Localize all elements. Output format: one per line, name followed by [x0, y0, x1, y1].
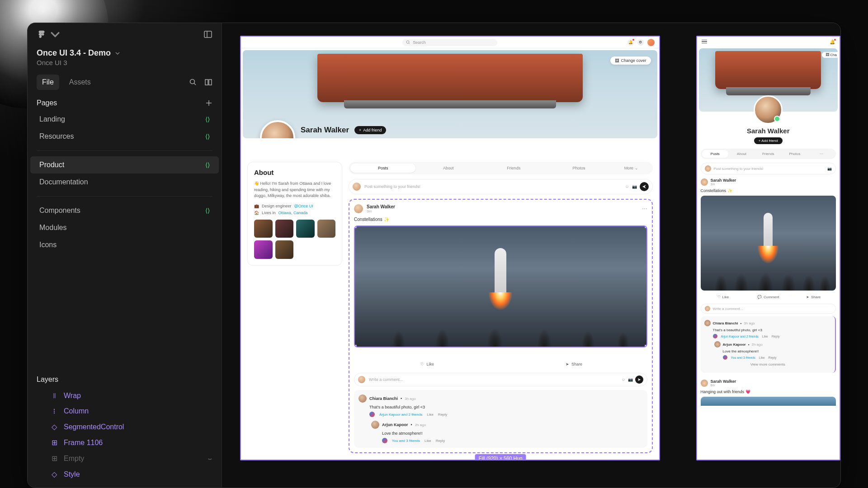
page-item-components[interactable]: Components⟨⟩ — [30, 202, 219, 219]
avatar[interactable] — [701, 178, 708, 186]
avatar[interactable] — [701, 380, 708, 387]
reply-link[interactable]: Reply — [438, 413, 447, 417]
tab-posts[interactable]: Posts — [702, 150, 729, 158]
search-input[interactable]: Search — [402, 39, 497, 46]
location-link[interactable]: Ottawa, Canada — [278, 211, 308, 215]
add-friend-button[interactable]: + Add friend — [754, 137, 783, 144]
thumbnail[interactable] — [317, 220, 336, 238]
thumbnail[interactable] — [254, 240, 273, 259]
like-button[interactable]: ♡ Like — [701, 293, 746, 301]
post-image-selected[interactable] — [354, 225, 647, 347]
page-item-icons[interactable]: Icons — [30, 236, 219, 253]
tab-file[interactable]: File — [37, 75, 59, 90]
send-button[interactable]: ➤ — [635, 375, 643, 384]
reaction-icon[interactable] — [723, 355, 727, 360]
camera-icon[interactable]: 📷 — [632, 184, 637, 189]
page-item-resources[interactable]: Resources⟨⟩ — [30, 128, 219, 145]
reactions-link[interactable]: Arjun Kapoor and 2 friends — [379, 413, 422, 417]
tab-more[interactable]: ⋯ — [808, 150, 835, 158]
tab-more[interactable]: More ⌄ — [612, 164, 651, 173]
layer-frame1106[interactable]: ⊞Frame 1106 — [28, 435, 222, 450]
comment-input[interactable]: Write a comment... ☺📷➤ — [354, 373, 647, 386]
post-author[interactable]: Sarah Walker — [711, 178, 736, 183]
page-item-landing[interactable]: Landing⟨⟩ — [30, 111, 219, 128]
thumbnail[interactable] — [296, 220, 315, 238]
canvas[interactable]: Search 🔔 ⚙ 🖼Change cover Sarah Walker + … — [222, 23, 840, 488]
comment-author[interactable]: Chiara Bianchi — [713, 321, 738, 325]
tab-posts[interactable]: Posts — [350, 164, 415, 173]
layer-empty[interactable]: ⊞Empty⌣ — [28, 450, 222, 466]
tab-assets[interactable]: Assets — [69, 75, 91, 90]
chevron-down-icon[interactable] — [115, 52, 120, 55]
menu-button[interactable] — [702, 40, 707, 44]
camera-icon[interactable]: 📷 — [827, 167, 832, 171]
thumbnail[interactable] — [275, 220, 294, 238]
like-link[interactable]: Like — [425, 439, 431, 443]
send-button[interactable] — [640, 182, 649, 191]
avatar[interactable] — [371, 421, 379, 429]
post-author[interactable]: Sarah Walker — [711, 379, 736, 384]
add-friend-button[interactable]: + Add friend — [354, 126, 386, 134]
avatar[interactable] — [354, 204, 363, 213]
thumbnail[interactable] — [254, 220, 273, 238]
notifications-button[interactable]: 🔔 — [830, 39, 835, 44]
layer-segmentedcontrol[interactable]: ◇SegmentedControl — [28, 419, 222, 435]
share-button[interactable]: ➤Share — [500, 360, 647, 368]
hidden-icon[interactable]: ⌣ — [208, 455, 212, 463]
thumbnail[interactable] — [275, 240, 294, 259]
tab-about[interactable]: About — [415, 164, 481, 173]
page-item-documentation[interactable]: Documentation — [30, 174, 219, 191]
reaction-icon[interactable] — [713, 334, 717, 338]
comment-author[interactable]: Arjun Kapoor — [382, 422, 408, 427]
book-icon[interactable] — [204, 78, 212, 86]
share-button[interactable]: ➤ Share — [791, 293, 836, 301]
profile-avatar[interactable] — [260, 120, 295, 138]
compose-input[interactable]: Post something to your friends!📷 — [701, 163, 836, 174]
tab-photos[interactable]: Photos — [782, 150, 808, 158]
avatar[interactable] — [647, 39, 655, 46]
avatar[interactable] — [359, 394, 367, 403]
layer-wrap[interactable]: ⫴Wrap — [28, 388, 222, 404]
page-item-modules[interactable]: Modules — [30, 219, 219, 236]
reaction-icon[interactable] — [382, 438, 387, 443]
like-link[interactable]: Like — [427, 413, 434, 417]
job-link[interactable]: @Once UI — [294, 204, 313, 208]
emoji-icon[interactable]: ☺ — [625, 184, 629, 189]
reply-link[interactable]: Reply — [436, 439, 445, 443]
post-author[interactable]: Sarah Walker — [367, 204, 395, 209]
file-title[interactable]: Once UI 3.4 - Demo — [37, 48, 111, 58]
profile-avatar[interactable] — [754, 95, 783, 124]
change-cover-button[interactable]: 🖼Change cover — [610, 56, 651, 65]
avatar[interactable] — [704, 320, 711, 326]
comment-author[interactable]: Chiara Bianchi — [369, 396, 398, 401]
notifications-button[interactable]: 🔔 — [627, 39, 634, 46]
view-more-link[interactable]: View more comments — [704, 360, 831, 369]
tab-friends[interactable]: Friends — [755, 150, 782, 158]
page-item-product[interactable]: Product⟨⟩ — [30, 156, 219, 174]
tab-photos[interactable]: Photos — [546, 164, 611, 173]
camera-icon[interactable]: 📷 — [628, 377, 633, 382]
post-image[interactable] — [701, 397, 836, 406]
post-image[interactable] — [701, 196, 836, 291]
emoji-icon[interactable]: ☺ — [621, 377, 625, 382]
like-button[interactable]: ♡Like — [354, 360, 500, 368]
layer-column[interactable]: ⫶Column — [28, 404, 222, 419]
avatar[interactable] — [714, 341, 721, 347]
reaction-icon[interactable] — [369, 412, 375, 417]
add-page-button[interactable] — [205, 99, 212, 107]
settings-button[interactable]: ⚙ — [637, 39, 644, 46]
post-card-selected[interactable]: Sarah Walker3m ⋯ Constellations ✨ Fill (… — [349, 199, 653, 453]
post-menu-button[interactable]: ⋯ — [642, 206, 647, 212]
compose-input[interactable]: Post something to your friends! ☺ 📷 — [349, 179, 653, 194]
toggle-panel-button[interactable] — [203, 30, 212, 39]
figma-logo-menu[interactable] — [37, 29, 60, 39]
project-name[interactable]: Once UI 3 — [28, 59, 222, 75]
layer-style[interactable]: ◇Style — [28, 466, 222, 482]
change-cover-button[interactable]: 🖼 Cha — [822, 52, 839, 58]
search-icon[interactable] — [189, 78, 197, 86]
comment-button[interactable]: 💬 Comment — [745, 293, 791, 301]
artboard-mobile[interactable]: 🔔 🖼 Cha Sarah Walker + Add friend Posts … — [696, 36, 840, 460]
reactions-link[interactable]: You and 3 friends — [392, 439, 420, 443]
artboard-desktop[interactable]: Search 🔔 ⚙ 🖼Change cover Sarah Walker + … — [240, 36, 660, 460]
tab-friends[interactable]: Friends — [481, 164, 546, 173]
